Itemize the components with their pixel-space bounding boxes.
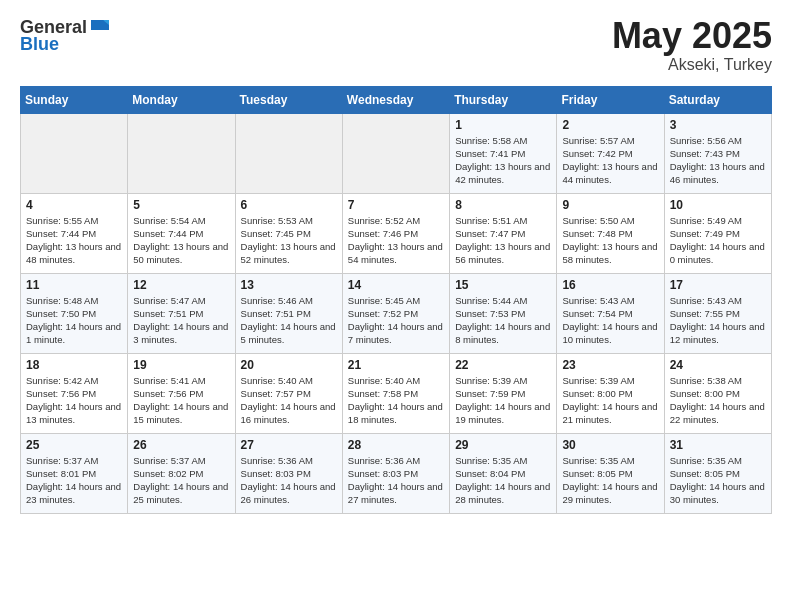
table-row: 7Sunrise: 5:52 AM Sunset: 7:46 PM Daylig… (342, 193, 449, 273)
day-info: Sunrise: 5:39 AM Sunset: 8:00 PM Dayligh… (562, 374, 658, 427)
table-row (342, 113, 449, 193)
day-info: Sunrise: 5:47 AM Sunset: 7:51 PM Dayligh… (133, 294, 229, 347)
table-row: 13Sunrise: 5:46 AM Sunset: 7:51 PM Dayli… (235, 273, 342, 353)
table-row: 17Sunrise: 5:43 AM Sunset: 7:55 PM Dayli… (664, 273, 771, 353)
table-row: 21Sunrise: 5:40 AM Sunset: 7:58 PM Dayli… (342, 353, 449, 433)
col-tuesday: Tuesday (235, 86, 342, 113)
day-info: Sunrise: 5:46 AM Sunset: 7:51 PM Dayligh… (241, 294, 337, 347)
table-row: 14Sunrise: 5:45 AM Sunset: 7:52 PM Dayli… (342, 273, 449, 353)
day-number: 27 (241, 438, 337, 452)
table-row: 29Sunrise: 5:35 AM Sunset: 8:04 PM Dayli… (450, 433, 557, 513)
day-info: Sunrise: 5:35 AM Sunset: 8:05 PM Dayligh… (670, 454, 766, 507)
day-info: Sunrise: 5:37 AM Sunset: 8:02 PM Dayligh… (133, 454, 229, 507)
day-number: 9 (562, 198, 658, 212)
col-wednesday: Wednesday (342, 86, 449, 113)
day-info: Sunrise: 5:38 AM Sunset: 8:00 PM Dayligh… (670, 374, 766, 427)
day-number: 1 (455, 118, 551, 132)
day-info: Sunrise: 5:45 AM Sunset: 7:52 PM Dayligh… (348, 294, 444, 347)
table-row: 26Sunrise: 5:37 AM Sunset: 8:02 PM Dayli… (128, 433, 235, 513)
table-row: 31Sunrise: 5:35 AM Sunset: 8:05 PM Dayli… (664, 433, 771, 513)
day-number: 10 (670, 198, 766, 212)
day-number: 4 (26, 198, 122, 212)
col-saturday: Saturday (664, 86, 771, 113)
day-number: 8 (455, 198, 551, 212)
table-row (21, 113, 128, 193)
day-number: 20 (241, 358, 337, 372)
table-row: 22Sunrise: 5:39 AM Sunset: 7:59 PM Dayli… (450, 353, 557, 433)
day-number: 16 (562, 278, 658, 292)
table-row: 28Sunrise: 5:36 AM Sunset: 8:03 PM Dayli… (342, 433, 449, 513)
table-row (235, 113, 342, 193)
day-info: Sunrise: 5:37 AM Sunset: 8:01 PM Dayligh… (26, 454, 122, 507)
day-info: Sunrise: 5:50 AM Sunset: 7:48 PM Dayligh… (562, 214, 658, 267)
table-row: 30Sunrise: 5:35 AM Sunset: 8:05 PM Dayli… (557, 433, 664, 513)
day-number: 29 (455, 438, 551, 452)
day-info: Sunrise: 5:52 AM Sunset: 7:46 PM Dayligh… (348, 214, 444, 267)
day-number: 22 (455, 358, 551, 372)
month-title: May 2025 (612, 16, 772, 56)
table-row: 5Sunrise: 5:54 AM Sunset: 7:44 PM Daylig… (128, 193, 235, 273)
calendar-week-3: 11Sunrise: 5:48 AM Sunset: 7:50 PM Dayli… (21, 273, 772, 353)
day-info: Sunrise: 5:55 AM Sunset: 7:44 PM Dayligh… (26, 214, 122, 267)
day-number: 2 (562, 118, 658, 132)
calendar-week-1: 1Sunrise: 5:58 AM Sunset: 7:41 PM Daylig… (21, 113, 772, 193)
day-number: 15 (455, 278, 551, 292)
day-number: 12 (133, 278, 229, 292)
day-number: 13 (241, 278, 337, 292)
day-info: Sunrise: 5:49 AM Sunset: 7:49 PM Dayligh… (670, 214, 766, 267)
table-row: 2Sunrise: 5:57 AM Sunset: 7:42 PM Daylig… (557, 113, 664, 193)
day-info: Sunrise: 5:58 AM Sunset: 7:41 PM Dayligh… (455, 134, 551, 187)
table-row (128, 113, 235, 193)
day-number: 25 (26, 438, 122, 452)
calendar-page: General Blue May 2025 Akseki, Turkey Sun… (0, 0, 792, 530)
table-row: 1Sunrise: 5:58 AM Sunset: 7:41 PM Daylig… (450, 113, 557, 193)
day-number: 19 (133, 358, 229, 372)
table-row: 25Sunrise: 5:37 AM Sunset: 8:01 PM Dayli… (21, 433, 128, 513)
table-row: 20Sunrise: 5:40 AM Sunset: 7:57 PM Dayli… (235, 353, 342, 433)
table-row: 27Sunrise: 5:36 AM Sunset: 8:03 PM Dayli… (235, 433, 342, 513)
day-info: Sunrise: 5:41 AM Sunset: 7:56 PM Dayligh… (133, 374, 229, 427)
day-info: Sunrise: 5:54 AM Sunset: 7:44 PM Dayligh… (133, 214, 229, 267)
location-subtitle: Akseki, Turkey (612, 56, 772, 74)
day-info: Sunrise: 5:44 AM Sunset: 7:53 PM Dayligh… (455, 294, 551, 347)
table-row: 18Sunrise: 5:42 AM Sunset: 7:56 PM Dayli… (21, 353, 128, 433)
day-info: Sunrise: 5:48 AM Sunset: 7:50 PM Dayligh… (26, 294, 122, 347)
header-row: Sunday Monday Tuesday Wednesday Thursday… (21, 86, 772, 113)
day-info: Sunrise: 5:43 AM Sunset: 7:54 PM Dayligh… (562, 294, 658, 347)
title-block: May 2025 Akseki, Turkey (612, 16, 772, 74)
day-number: 14 (348, 278, 444, 292)
col-monday: Monday (128, 86, 235, 113)
table-row: 10Sunrise: 5:49 AM Sunset: 7:49 PM Dayli… (664, 193, 771, 273)
table-row: 4Sunrise: 5:55 AM Sunset: 7:44 PM Daylig… (21, 193, 128, 273)
calendar-week-4: 18Sunrise: 5:42 AM Sunset: 7:56 PM Dayli… (21, 353, 772, 433)
day-info: Sunrise: 5:43 AM Sunset: 7:55 PM Dayligh… (670, 294, 766, 347)
table-row: 12Sunrise: 5:47 AM Sunset: 7:51 PM Dayli… (128, 273, 235, 353)
day-info: Sunrise: 5:51 AM Sunset: 7:47 PM Dayligh… (455, 214, 551, 267)
calendar-table: Sunday Monday Tuesday Wednesday Thursday… (20, 86, 772, 514)
day-info: Sunrise: 5:35 AM Sunset: 8:04 PM Dayligh… (455, 454, 551, 507)
table-row: 11Sunrise: 5:48 AM Sunset: 7:50 PM Dayli… (21, 273, 128, 353)
table-row: 8Sunrise: 5:51 AM Sunset: 7:47 PM Daylig… (450, 193, 557, 273)
logo-blue: Blue (20, 34, 59, 55)
logo: General Blue (20, 16, 113, 55)
table-row: 3Sunrise: 5:56 AM Sunset: 7:43 PM Daylig… (664, 113, 771, 193)
table-row: 6Sunrise: 5:53 AM Sunset: 7:45 PM Daylig… (235, 193, 342, 273)
day-number: 11 (26, 278, 122, 292)
page-header: General Blue May 2025 Akseki, Turkey (20, 16, 772, 74)
day-number: 31 (670, 438, 766, 452)
day-number: 24 (670, 358, 766, 372)
calendar-week-2: 4Sunrise: 5:55 AM Sunset: 7:44 PM Daylig… (21, 193, 772, 273)
day-info: Sunrise: 5:40 AM Sunset: 7:57 PM Dayligh… (241, 374, 337, 427)
day-number: 23 (562, 358, 658, 372)
col-thursday: Thursday (450, 86, 557, 113)
col-friday: Friday (557, 86, 664, 113)
day-info: Sunrise: 5:36 AM Sunset: 8:03 PM Dayligh… (241, 454, 337, 507)
day-number: 17 (670, 278, 766, 292)
table-row: 15Sunrise: 5:44 AM Sunset: 7:53 PM Dayli… (450, 273, 557, 353)
day-info: Sunrise: 5:40 AM Sunset: 7:58 PM Dayligh… (348, 374, 444, 427)
day-number: 6 (241, 198, 337, 212)
table-row: 16Sunrise: 5:43 AM Sunset: 7:54 PM Dayli… (557, 273, 664, 353)
day-number: 21 (348, 358, 444, 372)
day-info: Sunrise: 5:42 AM Sunset: 7:56 PM Dayligh… (26, 374, 122, 427)
table-row: 23Sunrise: 5:39 AM Sunset: 8:00 PM Dayli… (557, 353, 664, 433)
